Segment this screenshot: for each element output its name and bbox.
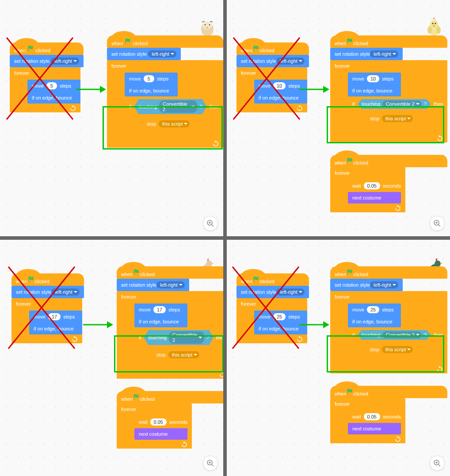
- costume-loop-script[interactable]: whenclicked forever wait0.05seconds next…: [330, 386, 447, 443]
- touching-dropdown[interactable]: Convertible 2: [382, 331, 422, 338]
- move-block[interactable]: move10steps: [254, 80, 307, 92]
- rotation-dropdown[interactable]: left-right: [51, 58, 79, 65]
- if-block[interactable]: if touching Convertible 2 ? then: [125, 96, 223, 139]
- new-script[interactable]: whenclicked set rotation styleleft-right…: [330, 266, 447, 373]
- when-flag-clicked-hat[interactable]: whenclicked: [117, 391, 223, 403]
- stop-dropdown[interactable]: this script: [168, 351, 199, 358]
- set-rotation-block[interactable]: set rotation styleleft-right: [236, 286, 309, 298]
- bounce-block[interactable]: if on edge, bounce: [348, 316, 401, 327]
- stop-dropdown[interactable]: this script: [382, 346, 413, 353]
- stop-dropdown[interactable]: this script: [382, 115, 413, 122]
- old-script[interactable]: whenclicked set rotation styleleft-right…: [236, 273, 309, 343]
- when-flag-clicked-hat[interactable]: whenclicked: [330, 155, 447, 167]
- zoom-in-button[interactable]: [203, 216, 218, 231]
- zoom-in-button[interactable]: [430, 456, 445, 471]
- bounce-block[interactable]: if on edge, bounce: [134, 316, 187, 327]
- touching-reporter[interactable]: touching Convertible 2 ?: [134, 99, 207, 114]
- touching-reporter[interactable]: touchingConvertible 2?: [144, 330, 214, 345]
- when-flag-clicked-hat[interactable]: whenclicked: [236, 42, 309, 55]
- old-script[interactable]: whenclicked set rotation styleleft-right…: [236, 42, 309, 112]
- wait-block[interactable]: wait0.05seconds: [134, 416, 192, 428]
- new-script[interactable]: whenclicked set rotation styleleft-right…: [117, 266, 223, 379]
- wait-seconds-input[interactable]: 0.05: [364, 182, 380, 189]
- move-steps-input[interactable]: 5: [144, 75, 154, 82]
- new-script[interactable]: whenclicked set rotation styleleft-right…: [330, 35, 447, 142]
- when-flag-clicked-hat[interactable]: whenclicked: [117, 266, 223, 279]
- forever-block[interactable]: forever wait0.05seconds next costume: [117, 403, 192, 449]
- wait-block[interactable]: wait0.05seconds: [348, 180, 405, 192]
- if-block[interactable]: iftouchingConvertible 2?then stopthis sc…: [348, 327, 447, 365]
- forever-block[interactable]: forever move10steps if on edge, bounce i…: [330, 60, 447, 142]
- touching-dropdown[interactable]: Convertible 2: [382, 100, 422, 107]
- bounce-block[interactable]: if on edge, bounce: [125, 85, 178, 96]
- move-steps-input[interactable]: 10: [273, 82, 286, 89]
- set-rotation-block[interactable]: set rotation styleleft-right: [330, 279, 403, 291]
- when-flag-clicked-hat[interactable]: when clicked: [107, 35, 223, 48]
- touching-dropdown[interactable]: Convertible 2: [169, 331, 204, 344]
- wait-block[interactable]: wait0.05seconds: [348, 411, 405, 423]
- move-block[interactable]: move 5 steps: [27, 80, 80, 92]
- touching-reporter[interactable]: touchingConvertible 2?: [358, 99, 431, 109]
- rotation-dropdown[interactable]: left-right: [370, 281, 398, 288]
- set-rotation-block[interactable]: set rotation style left-right: [10, 55, 84, 67]
- forever-block[interactable]: forever move 5 steps if on edge, bounce: [107, 60, 223, 148]
- move-block[interactable]: move 5 steps: [125, 73, 178, 85]
- move-block[interactable]: move17steps: [29, 311, 82, 323]
- move-steps-input[interactable]: 17: [153, 306, 166, 313]
- set-rotation-block[interactable]: set rotation styleleft-right: [117, 279, 189, 291]
- touching-reporter[interactable]: touchingConvertible 2?: [358, 330, 431, 340]
- move-steps-input[interactable]: 25: [367, 306, 379, 313]
- old-script[interactable]: when clicked set rotation style left-rig…: [10, 42, 84, 112]
- forever-block[interactable]: forever wait0.05seconds next costume: [330, 398, 405, 443]
- wait-seconds-input[interactable]: 0.05: [150, 418, 167, 426]
- forever-block[interactable]: forever move10steps if on edge, bounce: [236, 67, 307, 112]
- forever-block[interactable]: forever move 5 steps if on edge, bounce: [10, 67, 80, 112]
- zoom-in-button[interactable]: [430, 216, 445, 231]
- when-flag-clicked-hat[interactable]: whenclicked: [236, 273, 309, 286]
- move-block[interactable]: move25steps: [348, 303, 401, 316]
- next-costume-block[interactable]: next costume: [348, 423, 401, 434]
- costume-loop-script[interactable]: whenclicked forever wait0.05seconds next…: [117, 391, 223, 449]
- bounce-block[interactable]: if on edge, bounce: [254, 92, 307, 104]
- stop-block[interactable]: stopthis script: [366, 343, 419, 356]
- bounce-block[interactable]: if on edge, bounce: [348, 85, 401, 96]
- rotation-dropdown[interactable]: left-right: [148, 50, 176, 58]
- move-block[interactable]: move25steps: [254, 311, 307, 323]
- stop-block[interactable]: stop this script: [142, 118, 195, 130]
- when-flag-clicked-hat[interactable]: when clicked: [10, 42, 84, 55]
- move-block[interactable]: move10steps: [348, 73, 401, 85]
- move-block[interactable]: move17steps: [134, 303, 187, 316]
- forever-block[interactable]: forever move17steps if on edge, bounce i…: [117, 291, 223, 379]
- when-flag-clicked-hat[interactable]: whenclicked: [11, 273, 84, 286]
- if-block[interactable]: iftouchingConvertible 2?then stopthis sc…: [348, 96, 447, 134]
- stop-block[interactable]: stopthis script: [152, 349, 205, 361]
- set-rotation-block[interactable]: set rotation styleleft-right: [236, 55, 309, 67]
- set-rotation-block[interactable]: set rotation style left-right: [107, 48, 181, 60]
- move-steps-input[interactable]: 17: [48, 313, 61, 320]
- move-steps-input[interactable]: 25: [273, 313, 286, 320]
- when-flag-clicked-hat[interactable]: whenclicked: [330, 266, 447, 279]
- next-costume-block[interactable]: next costume: [134, 428, 187, 440]
- move-steps-input[interactable]: 5: [46, 82, 57, 89]
- set-rotation-block[interactable]: set rotation styleleft-right: [11, 286, 84, 298]
- if-block[interactable]: iftouchingConvertible 2?then stopthis sc…: [134, 327, 223, 370]
- stop-dropdown[interactable]: this script: [159, 120, 190, 127]
- when-flag-clicked-hat[interactable]: whenclicked: [330, 386, 447, 398]
- forever-block[interactable]: forever move25steps if on edge, bounce: [236, 298, 307, 343]
- rotation-dropdown[interactable]: left-right: [276, 58, 305, 65]
- bounce-block[interactable]: if on edge, bounce: [27, 92, 80, 104]
- touching-dropdown[interactable]: Convertible 2: [159, 100, 197, 113]
- move-steps-input[interactable]: 10: [367, 75, 379, 82]
- forever-block[interactable]: forever move17steps if on edge, bounce: [11, 298, 82, 343]
- stop-block[interactable]: stopthis script: [366, 112, 419, 125]
- rotation-dropdown[interactable]: left-right: [156, 281, 185, 288]
- rotation-dropdown[interactable]: left-right: [276, 288, 305, 296]
- rotation-dropdown[interactable]: left-right: [370, 50, 398, 58]
- wait-seconds-input[interactable]: 0.05: [364, 413, 380, 420]
- when-flag-clicked-hat[interactable]: whenclicked: [330, 35, 447, 48]
- rotation-dropdown[interactable]: left-right: [51, 288, 80, 296]
- bounce-block[interactable]: if on edge, bounce: [29, 323, 82, 334]
- zoom-in-button[interactable]: [203, 456, 218, 471]
- set-rotation-block[interactable]: set rotation styleleft-right: [330, 48, 403, 60]
- old-script[interactable]: whenclicked set rotation styleleft-right…: [11, 273, 84, 343]
